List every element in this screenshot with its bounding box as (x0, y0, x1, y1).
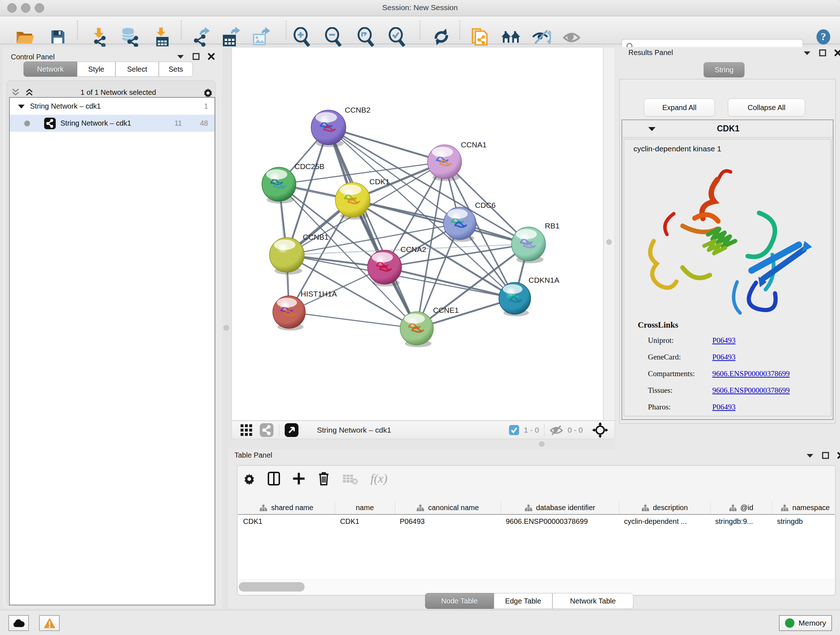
close-panel-icon[interactable] (834, 49, 840, 57)
column-header-database-identifier[interactable]: database identifier (501, 501, 619, 515)
network-status-dot (24, 120, 30, 126)
zoom-selected-icon[interactable] (386, 27, 408, 48)
export-table-icon[interactable] (220, 27, 242, 48)
home-pair-icon[interactable] (500, 27, 522, 48)
export-image-icon[interactable] (250, 27, 272, 48)
zoom-fit-icon[interactable] (355, 27, 377, 48)
delete-table-icon[interactable] (342, 472, 358, 485)
splitter-handle[interactable] (539, 441, 545, 447)
table-cell[interactable]: stringdb:9... (710, 515, 772, 528)
cdk1-section-header[interactable]: CDK1 (622, 120, 833, 138)
float-panel-icon[interactable] (193, 53, 200, 60)
crosslink-value-link[interactable]: P06493 (712, 402, 736, 412)
splitter-handle[interactable] (606, 239, 612, 245)
tree-expand-icon[interactable] (18, 104, 25, 109)
grid-icon[interactable] (240, 424, 253, 437)
collection-count: 1 (204, 102, 208, 111)
help-icon[interactable]: ? (813, 27, 834, 48)
table-horizontal-scrollbar[interactable] (238, 580, 835, 594)
network-options-gear-icon[interactable] (202, 87, 213, 98)
column-header-name[interactable]: name (335, 501, 395, 515)
tab-node-table[interactable]: Node Table (425, 593, 494, 609)
tab-style[interactable]: Style (77, 62, 115, 77)
crosslink-value-link[interactable]: P06493 (712, 336, 736, 345)
zoom-in-icon[interactable] (291, 27, 313, 48)
expand-all-networks-icon[interactable] (25, 88, 34, 97)
import-network-icon[interactable] (88, 27, 110, 48)
crosslink-value-link[interactable]: 9606.ENSP00000378699 (712, 369, 790, 378)
column-header--id[interactable]: @id (710, 501, 772, 515)
column-header-canonical-name[interactable]: canonical name (395, 501, 501, 515)
document-share-icon[interactable] (469, 27, 490, 48)
string-apps-icon[interactable] (259, 423, 274, 437)
zoom-out-icon[interactable] (323, 27, 344, 48)
tab-sets[interactable]: Sets (159, 62, 193, 77)
import-database-icon[interactable] (118, 27, 141, 48)
network-collection-row[interactable]: String Network – cdk1 1 (10, 98, 215, 115)
status-bar: Memory (0, 610, 840, 635)
import-table-icon[interactable] (151, 27, 173, 48)
table-cell[interactable]: CDK1 (238, 515, 335, 528)
scrollbar-thumb[interactable] (239, 582, 305, 592)
section-collapse-icon[interactable] (647, 126, 656, 132)
table-cell[interactable]: P06493 (395, 515, 501, 528)
table-row[interactable]: CDK1CDK1P064939606.ENSP00000378699cyclin… (238, 515, 835, 528)
network-edge-CDK1-RB1[interactable] (353, 200, 529, 244)
panel-menu-icon[interactable] (177, 54, 185, 59)
table-cell[interactable]: stringdb (772, 515, 835, 528)
tab-string-results[interactable]: String (704, 62, 745, 78)
close-panel-icon[interactable] (837, 452, 840, 459)
cloud-button[interactable] (8, 615, 29, 631)
column-header-description[interactable]: description (619, 501, 710, 515)
tab-edge-table[interactable]: Edge Table (494, 593, 553, 609)
crosslink-value-link[interactable]: 9606.ENSP00000378699 (712, 386, 790, 395)
panel-menu-icon[interactable] (806, 453, 814, 458)
svg-text:?: ? (821, 30, 826, 42)
function-builder-icon[interactable]: f(x) (370, 472, 387, 486)
tab-network-table[interactable]: Network Table (553, 593, 633, 609)
add-column-icon[interactable] (292, 472, 305, 485)
expand-all-button[interactable]: Expand All (644, 98, 715, 117)
gray-eye-icon[interactable] (561, 27, 583, 48)
close-panel-icon[interactable] (208, 53, 215, 60)
network-results-splitter[interactable] (603, 47, 615, 421)
network-edge-HIST1H1A-CCNE1[interactable] (289, 312, 417, 328)
column-header-namespace[interactable]: namespace (772, 501, 835, 515)
column-header-shared-name[interactable]: shared name (238, 501, 335, 515)
collapse-all-button[interactable]: Collapse All (728, 98, 805, 117)
memory-button[interactable]: Memory (779, 615, 832, 631)
birdseye-view-icon[interactable] (284, 423, 299, 437)
network-edge-CCNB2-CCNA1[interactable] (328, 127, 445, 162)
gear-icon[interactable] (243, 472, 256, 485)
node-gloss (432, 147, 453, 157)
show-hide-blue-eye-icon[interactable] (531, 27, 552, 48)
vertical-splitter-handle[interactable] (224, 325, 229, 331)
float-panel-icon[interactable] (819, 49, 826, 57)
protein-description: cyclin-dependent kinase 1 (624, 139, 831, 153)
refresh-icon[interactable] (431, 27, 452, 48)
collapse-all-networks-icon[interactable] (11, 88, 20, 97)
delete-column-icon[interactable] (317, 471, 330, 486)
table-cell[interactable]: cyclin-dependent ... (619, 515, 710, 528)
network-edge-CCNB2-CCNE1[interactable] (328, 127, 417, 328)
warning-button[interactable] (39, 615, 60, 631)
tab-select[interactable]: Select (115, 62, 159, 77)
table-cell[interactable]: 9606.ENSP00000378699 (501, 515, 619, 528)
crosslink-label: Uniprot: (648, 336, 712, 345)
fit-selected-crosshair-icon[interactable] (592, 422, 608, 438)
network-label: String Network – cdk1 (60, 119, 131, 127)
crosslink-value-link[interactable]: P06493 (712, 353, 736, 362)
save-session-icon[interactable] (47, 27, 69, 48)
tab-network[interactable]: Network (24, 62, 77, 77)
panel-menu-icon[interactable] (803, 50, 811, 55)
memory-status-icon (785, 618, 794, 628)
crosslink-label: Tissues: (648, 386, 712, 395)
open-folder-icon[interactable] (14, 27, 36, 48)
export-network-icon[interactable] (189, 27, 211, 48)
network-canvas[interactable]: CCNB2CCNA1CDC25BCDK1CDC6RB1CCNB1CCNA2CDK… (232, 47, 603, 421)
float-panel-icon[interactable] (822, 452, 829, 459)
columns-icon[interactable] (268, 472, 280, 486)
network-row[interactable]: String Network – cdk1 11 48 (10, 115, 215, 132)
node-count: 11 (174, 119, 182, 127)
table-cell[interactable]: CDK1 (335, 515, 395, 528)
